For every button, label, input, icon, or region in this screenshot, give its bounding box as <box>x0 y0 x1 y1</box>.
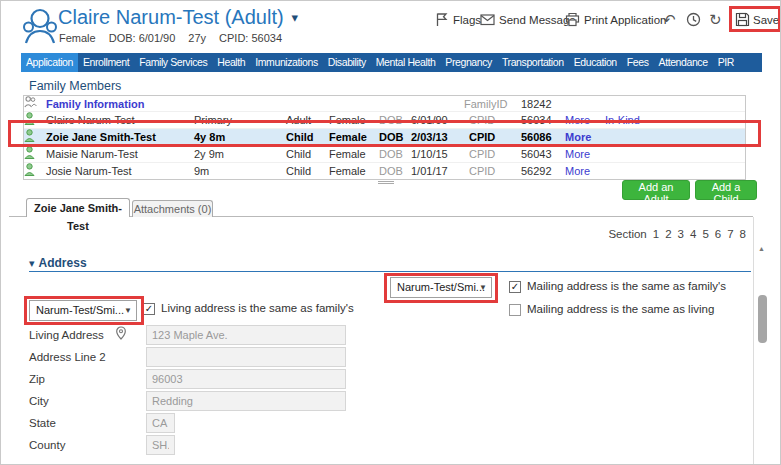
empty-checkbox-icon <box>509 304 521 316</box>
collapse-chevron-icon: ▾ <box>29 257 35 270</box>
section-page-4[interactable]: 4 <box>690 228 696 240</box>
nav-item-pregnancy[interactable]: Pregnancy <box>440 53 497 72</box>
state-input <box>146 413 175 433</box>
content-right-divider <box>753 217 754 464</box>
nav-item-health[interactable]: Health <box>212 53 250 72</box>
section-page-8[interactable]: 8 <box>740 228 746 240</box>
member-name: Maisie Narum-Test <box>46 146 138 162</box>
section-page-7[interactable]: 7 <box>727 228 733 240</box>
section-page-3[interactable]: 3 <box>678 228 684 240</box>
mailing-same-as-living-checkbox[interactable]: Mailing address is the same as living <box>509 303 714 316</box>
history-button[interactable] <box>686 12 701 27</box>
dob-value: 6/01/90 <box>411 112 448 128</box>
member-age: 9m <box>194 163 209 179</box>
more-link[interactable]: More <box>565 112 590 128</box>
nav-item-transportation[interactable]: Transportation <box>497 53 569 72</box>
nav-item-disability[interactable]: Disability <box>323 53 371 72</box>
nav-item-mental-health[interactable]: Mental Health <box>371 53 441 72</box>
client-age: 27y <box>188 32 206 44</box>
client-dob: DOB: 6/01/90 <box>109 32 176 44</box>
application-window: Claire Narum-Test (Adult) ▾ Female DOB: … <box>0 0 781 465</box>
member-row-zoie-selected[interactable]: Zoie Jane Smith-Test 4y 8m Child Female … <box>24 129 745 146</box>
person-icon <box>24 163 35 176</box>
county-input <box>146 435 175 455</box>
in-kind-link[interactable]: In-Kind <box>605 112 640 128</box>
more-link[interactable]: More <box>565 146 590 162</box>
living-address-label: Living Address <box>29 329 104 341</box>
cpid-label: CPID <box>469 146 495 162</box>
address-line-2-label: Address Line 2 <box>29 351 106 363</box>
member-type: Child <box>286 146 311 162</box>
living-address-source-dropdown[interactable]: Narum-Test/Smi... ▼ <box>29 300 137 321</box>
undo-button[interactable]: ↶ <box>663 12 676 27</box>
section-page-5[interactable]: 5 <box>702 228 708 240</box>
save-button[interactable]: Save <box>735 12 779 27</box>
section-page-2[interactable]: 2 <box>665 228 671 240</box>
flags-button[interactable]: Flags <box>434 12 481 27</box>
cpid-value: 56034 <box>521 112 552 128</box>
nav-item-application[interactable]: Application <box>21 53 78 72</box>
tab-zoie-jane-smith-test[interactable]: Zoie Jane Smith-Test <box>26 198 130 217</box>
nav-item-fees[interactable]: Fees <box>622 53 654 72</box>
cpid-label: CPID <box>469 163 495 179</box>
nav-item-immunizations[interactable]: Immunizations <box>250 53 323 72</box>
cpid-value: 56292 <box>521 163 552 179</box>
section-page-6[interactable]: 6 <box>715 228 721 240</box>
mailing-same-as-family-checkbox[interactable]: ✓ Mailing address is the same as family'… <box>509 280 726 293</box>
family-members-heading: Family Members <box>29 79 121 93</box>
family-information-row[interactable]: Family Information FamilyID 18242 <box>24 96 745 112</box>
send-message-button[interactable]: Send Message <box>480 12 576 27</box>
family-people-icon <box>24 96 37 108</box>
dropdown-caret-icon: ▼ <box>124 301 132 321</box>
table-splitter-handle[interactable] <box>378 181 394 184</box>
member-gender: Female <box>329 112 366 128</box>
checkmark-icon: ✓ <box>143 303 155 315</box>
family-members-table: Family Information FamilyID 18242 Claire… <box>23 95 746 180</box>
mailing-address-source-dropdown[interactable]: Narum-Test/Smi... ▼ <box>390 277 492 298</box>
nav-item-pir[interactable]: PIR <box>713 53 739 72</box>
person-icon <box>24 112 35 125</box>
address-section-header[interactable]: ▾ Address <box>29 256 87 270</box>
state-label: State <box>29 417 56 429</box>
member-age: Primary <box>194 112 232 128</box>
family-information-link[interactable]: Family Information <box>46 96 144 112</box>
member-row-claire[interactable]: Claire Narum-Test Primary Adult Female D… <box>24 112 745 129</box>
refresh-button[interactable]: ↻ <box>709 12 722 27</box>
dob-value: 2/03/13 <box>411 129 448 145</box>
nav-item-family-services[interactable]: Family Services <box>134 53 212 72</box>
section-label: Section <box>608 228 646 240</box>
client-dropdown-caret-icon[interactable]: ▾ <box>292 10 299 25</box>
scrollbar-thumb[interactable] <box>758 295 767 343</box>
more-link[interactable]: More <box>565 163 590 179</box>
scrollbar-up-arrow[interactable]: ▲ <box>758 245 765 252</box>
client-details: Female DOB: 6/01/90 27y CPID: 56034 <box>59 32 282 44</box>
member-row-maisie[interactable]: Maisie Narum-Test 2y 9m Child Female DOB… <box>24 146 745 163</box>
address-section-title: Address <box>39 256 87 270</box>
member-age: 4y 8m <box>194 129 225 145</box>
page-title: Claire Narum-Test (Adult) <box>58 6 284 29</box>
tab-attachments[interactable]: Attachments (0) <box>132 200 213 217</box>
save-floppy-icon <box>735 12 750 27</box>
cpid-value: 56086 <box>521 129 552 145</box>
envelope-icon <box>480 12 495 27</box>
location-pin-icon[interactable] <box>115 326 127 340</box>
section-page-1[interactable]: 1 <box>653 228 659 240</box>
nav-item-attendance[interactable]: Attendance <box>654 53 713 72</box>
living-address-input <box>146 325 346 345</box>
add-a-child-button[interactable]: Add a Child <box>695 180 757 200</box>
printer-icon <box>565 12 580 27</box>
more-link[interactable]: More <box>565 129 591 145</box>
nav-item-education[interactable]: Education <box>569 53 622 72</box>
add-an-adult-button[interactable]: Add an Adult <box>622 180 690 200</box>
print-application-button[interactable]: Print Application <box>565 12 666 27</box>
living-same-as-family-checkbox[interactable]: ✓ Living address is the same as family's <box>143 302 354 315</box>
member-name: Zoie Jane Smith-Test <box>46 129 156 145</box>
zip-label: Zip <box>29 373 45 385</box>
history-clock-icon <box>686 12 701 27</box>
member-row-josie[interactable]: Josie Narum-Test 9m Child Female DOB 1/0… <box>24 163 745 179</box>
member-gender: Female <box>329 163 366 179</box>
section-pager: Section 1 2 3 4 5 6 7 8 <box>461 228 746 240</box>
dropdown-caret-icon: ▼ <box>479 278 487 298</box>
cpid-label: CPID <box>469 112 495 128</box>
nav-item-enrollment[interactable]: Enrollment <box>78 53 134 72</box>
